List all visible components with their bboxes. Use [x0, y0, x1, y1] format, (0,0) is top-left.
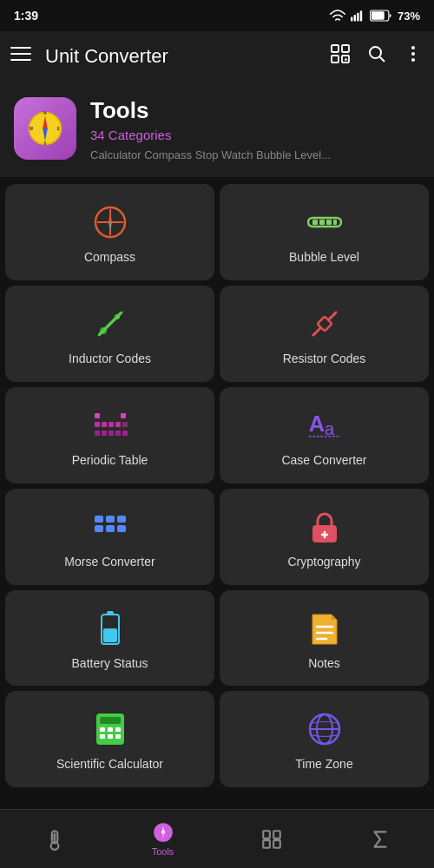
svg-text:N: N: [43, 111, 46, 115]
battery-icon: [370, 10, 392, 22]
svg-rect-6: [10, 47, 31, 49]
tool-bubble-level[interactable]: Bubble Level: [220, 184, 429, 280]
tool-scientific-calculator[interactable]: Scientific Calculator: [5, 691, 214, 787]
svg-rect-2: [357, 13, 358, 22]
svg-text:W: W: [30, 127, 34, 131]
battery-status-icon: [91, 609, 129, 648]
menu-button[interactable]: [10, 43, 31, 69]
svg-rect-96: [263, 831, 270, 838]
svg-rect-55: [108, 431, 114, 436]
svg-rect-11: [332, 56, 339, 62]
tools-grid: Compass Bubble Level: [0, 184, 434, 787]
fav-grid-button[interactable]: [330, 43, 351, 69]
svg-rect-1: [354, 15, 356, 21]
nav-tools[interactable]: Tools: [137, 821, 189, 857]
svg-rect-51: [115, 422, 121, 427]
svg-rect-80: [115, 727, 121, 732]
tool-scientific-calculator-label: Scientific Calculator: [56, 757, 163, 772]
svg-text:S: S: [43, 141, 46, 146]
svg-rect-99: [273, 840, 280, 848]
svg-point-17: [411, 52, 415, 56]
svg-rect-81: [100, 734, 105, 739]
svg-rect-64: [95, 525, 103, 532]
tool-battery-status[interactable]: Battery Status: [5, 590, 214, 687]
bottom-nav: Tools: [0, 809, 434, 868]
header-icon: N S W E: [14, 97, 76, 160]
svg-rect-35: [326, 220, 332, 225]
nav-converter[interactable]: [246, 828, 298, 851]
app-bar: Unit Converter: [0, 31, 434, 82]
nav-sigma[interactable]: [354, 828, 406, 851]
svg-marker-13: [345, 58, 348, 61]
tool-cryptography-label: Cryptography: [287, 555, 360, 569]
morse-converter-icon: [91, 508, 129, 546]
tool-case-converter[interactable]: A a Case Converter: [220, 387, 429, 483]
svg-rect-56: [115, 431, 121, 436]
periodic-table-icon: [91, 406, 129, 444]
tool-resistor-codes[interactable]: Resistor Codes: [220, 286, 429, 382]
header-subtitle: 34 Categories: [90, 128, 420, 142]
svg-rect-48: [95, 422, 100, 427]
svg-rect-63: [117, 516, 126, 523]
svg-rect-97: [273, 831, 280, 838]
svg-text:E: E: [57, 127, 60, 131]
svg-point-18: [411, 58, 415, 62]
signal-icon: [351, 10, 365, 22]
svg-rect-34: [319, 220, 325, 225]
svg-line-15: [380, 57, 385, 62]
header-info: Tools 34 Categories Calculator Compass S…: [90, 97, 420, 163]
nav-thermometer[interactable]: [29, 828, 81, 851]
svg-rect-62: [106, 516, 115, 523]
svg-rect-3: [360, 10, 362, 21]
tool-time-zone-label: Time Zone: [295, 757, 352, 772]
nav-tools-label: Tools: [152, 846, 174, 857]
tool-periodic-table[interactable]: Periodic Table: [5, 387, 214, 483]
tool-inductor-codes[interactable]: Inductor Codes: [5, 286, 214, 382]
header-card: N S W E Tools 34 Categories Calculator C…: [0, 82, 434, 177]
header-title: Tools: [90, 97, 420, 124]
svg-text:A: A: [308, 411, 324, 436]
tool-inductor-codes-label: Inductor Codes: [69, 352, 151, 366]
svg-rect-83: [115, 734, 121, 739]
svg-line-44: [312, 332, 316, 336]
svg-point-16: [411, 46, 415, 49]
svg-rect-50: [108, 422, 114, 427]
tool-compass[interactable]: Compass: [5, 184, 214, 280]
inductor-codes-icon: [91, 305, 129, 343]
content-scroll: N S W E Tools 34 Categories Calculator C…: [0, 82, 434, 857]
svg-line-41: [119, 312, 122, 315]
tool-morse-converter-label: Morse Converter: [64, 555, 155, 569]
svg-rect-78: [100, 727, 105, 732]
app-bar-actions: [330, 43, 424, 69]
compass-icon: [91, 203, 129, 241]
time-zone-icon: [306, 710, 344, 748]
notes-icon: [306, 609, 344, 648]
svg-rect-49: [102, 422, 107, 427]
more-button[interactable]: [403, 43, 424, 69]
svg-rect-53: [95, 431, 100, 436]
tool-compass-label: Compass: [84, 250, 135, 265]
svg-rect-47: [121, 413, 126, 418]
svg-marker-30: [108, 212, 112, 222]
search-button[interactable]: [366, 43, 387, 69]
svg-text:a: a: [325, 419, 335, 438]
compass-header-icon: N S W E: [26, 109, 64, 148]
tool-cryptography[interactable]: Cryptography: [220, 489, 429, 585]
tool-morse-converter[interactable]: Morse Converter: [5, 489, 214, 585]
svg-point-14: [370, 47, 381, 58]
svg-rect-79: [108, 727, 113, 732]
header-desc: Calculator Compass Stop Watch Bubble Lev…: [90, 148, 420, 163]
svg-line-40: [98, 332, 102, 336]
tool-bubble-level-label: Bubble Level: [289, 250, 359, 265]
case-converter-icon: A a: [306, 406, 344, 444]
status-icons: 73%: [330, 10, 420, 23]
status-time: 1:39: [14, 9, 38, 23]
svg-rect-61: [95, 516, 103, 523]
svg-rect-72: [103, 628, 117, 642]
svg-rect-52: [122, 422, 128, 427]
tool-notes[interactable]: Notes: [220, 590, 429, 687]
tool-time-zone[interactable]: Time Zone: [220, 691, 429, 787]
bubble-level-icon: [306, 203, 344, 241]
tool-periodic-table-label: Periodic Table: [72, 453, 148, 468]
wifi-icon: [330, 10, 345, 22]
